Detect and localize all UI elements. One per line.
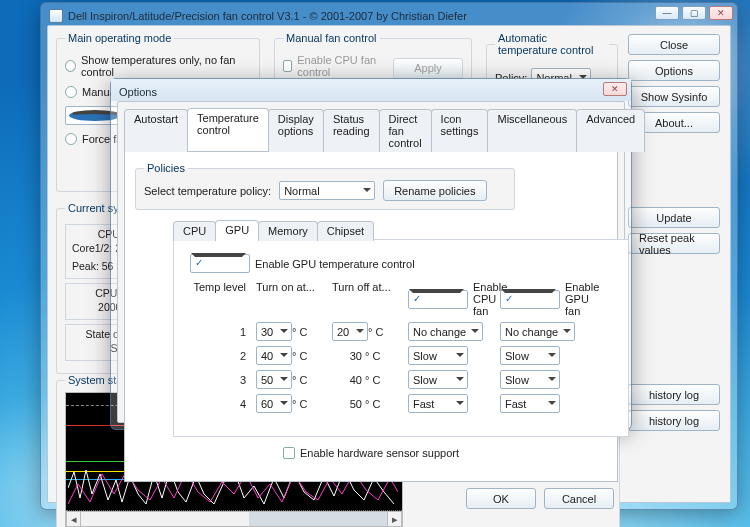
temp-row-3: 350° C40 ° CSlowSlow — [190, 370, 612, 389]
checkbox-icon — [283, 60, 292, 72]
show-sysinfo-button[interactable]: Show Sysinfo — [628, 86, 720, 107]
gpu-fan-select[interactable]: Slow — [500, 346, 560, 365]
options-titlebar[interactable]: Options — [111, 79, 631, 101]
hdr-temp-level: Temp level — [190, 281, 246, 317]
cpu-fan-select[interactable]: Slow — [408, 346, 468, 365]
manual-legend: Manual fan control — [283, 32, 380, 44]
turn-off-static: 40 ° C — [332, 374, 398, 386]
tab-direct-fan-control[interactable]: Direct fan control — [379, 109, 432, 152]
level-label: 3 — [190, 374, 246, 386]
gpu-fan-select[interactable]: Fast — [500, 394, 560, 413]
policies-group: Policies Select temperature policy: Norm… — [135, 162, 515, 210]
options-tabs: Autostart Temperature control Display op… — [124, 108, 618, 152]
cancel-button[interactable]: Cancel — [544, 488, 614, 509]
tab-miscellaneous[interactable]: Miscellaneous — [487, 109, 577, 152]
checkbox-icon — [500, 290, 560, 309]
options-button[interactable]: Options — [628, 60, 720, 81]
subtab-memory[interactable]: Memory — [258, 221, 318, 241]
turn-off-select[interactable]: 20 — [332, 322, 368, 341]
hdr-turn-on: Turn on at... — [256, 281, 322, 317]
checkbox-icon — [408, 290, 468, 309]
right-button-column: Close Options Show Sysinfo About... Upda… — [628, 34, 720, 431]
temp-row-1: 130° C20° CNo changeNo change — [190, 322, 612, 341]
temperature-matrix: Enable GPU temperature control Temp leve… — [173, 239, 629, 437]
tab-autostart[interactable]: Autostart — [124, 109, 188, 152]
options-tab-body: Policies Select temperature policy: Norm… — [124, 152, 618, 482]
reset-peak-button[interactable]: Reset peak values — [628, 233, 720, 254]
tab-advanced[interactable]: Advanced — [576, 109, 645, 152]
temp-row-2: 240° C30 ° CSlowSlow — [190, 346, 612, 365]
turn-on-select[interactable]: 40 — [256, 346, 292, 365]
app-icon — [49, 9, 63, 23]
close-button[interactable]: Close — [628, 34, 720, 55]
apply-button[interactable]: Apply — [393, 58, 463, 79]
options-close-button[interactable]: ✕ — [603, 82, 627, 96]
radio-icon — [65, 86, 77, 98]
checkbox-icon — [190, 254, 250, 273]
turn-off-static: 50 ° C — [332, 398, 398, 410]
level-label: 4 — [190, 398, 246, 410]
main-title: Dell Inspiron/Latitude/Precision fan con… — [68, 10, 467, 22]
options-dialog: Options ✕ Autostart Temperature control … — [110, 78, 632, 430]
gpu-fan-select[interactable]: No change — [500, 322, 575, 341]
level-label: 1 — [190, 326, 246, 338]
maximize-button[interactable]: ▢ — [682, 6, 706, 20]
main-titlebar[interactable]: Dell Inspiron/Latitude/Precision fan con… — [41, 3, 737, 25]
level-label: 2 — [190, 350, 246, 362]
tab-status-reading[interactable]: Status reading — [323, 109, 380, 152]
minimize-button[interactable]: — — [655, 6, 679, 20]
auto-legend: Automatic temperature control — [495, 32, 609, 56]
tab-display-options[interactable]: Display options — [268, 109, 324, 152]
enable-gpu-fan[interactable]: Enable GPU fan — [500, 281, 582, 317]
mode-temp-only[interactable]: Show temperatures only, no fan control — [65, 54, 251, 78]
turn-on-select[interactable]: 30 — [256, 322, 292, 341]
subtab-chipset[interactable]: Chipset — [317, 221, 374, 241]
enable-cpu-fan[interactable]: Enable CPU fan — [408, 281, 490, 317]
enable-hw-sensor[interactable]: Enable hardware sensor support — [135, 447, 607, 459]
cpu-fan-select[interactable]: Fast — [408, 394, 468, 413]
history-log-2-button[interactable]: history log — [628, 410, 720, 431]
cpu-fan-select[interactable]: Slow — [408, 370, 468, 389]
radio-icon — [65, 60, 76, 72]
rename-policies-button[interactable]: Rename policies — [383, 180, 486, 201]
scroll-left-icon[interactable]: ◂ — [66, 512, 81, 526]
main-mode-legend: Main operating mode — [65, 32, 174, 44]
close-window-button[interactable]: ✕ — [709, 6, 733, 20]
options-title: Options — [119, 86, 157, 98]
device-subtabs: CPU GPU Memory Chipset — [173, 220, 607, 240]
policies-legend: Policies — [144, 162, 188, 174]
gpu-fan-select[interactable]: Slow — [500, 370, 560, 389]
turn-on-select[interactable]: 50 — [256, 370, 292, 389]
policy-select-label: Select temperature policy: — [144, 185, 271, 197]
temperature-policy-select[interactable]: Normal — [279, 181, 375, 200]
subtab-gpu[interactable]: GPU — [215, 220, 259, 240]
temp-row-4: 460° C50 ° CFastFast — [190, 394, 612, 413]
cpu-fan-select[interactable]: No change — [408, 322, 483, 341]
radio-icon — [65, 133, 77, 145]
ok-button[interactable]: OK — [466, 488, 536, 509]
enable-gpu-temp-control[interactable]: Enable GPU temperature control — [190, 254, 612, 273]
hdr-turn-off: Turn off at... — [332, 281, 398, 317]
turn-off-static: 30 ° C — [332, 350, 398, 362]
tab-icon-settings[interactable]: Icon settings — [431, 109, 489, 152]
checkbox-icon — [283, 447, 295, 459]
history-log-1-button[interactable]: history log — [628, 384, 720, 405]
enable-cpu-fan-control[interactable]: Enable CPU fan control — [283, 54, 381, 78]
subtab-cpu[interactable]: CPU — [173, 221, 216, 241]
turn-on-select[interactable]: 60 — [256, 394, 292, 413]
update-button[interactable]: Update — [628, 207, 720, 228]
tab-temperature-control[interactable]: Temperature control — [187, 108, 269, 151]
